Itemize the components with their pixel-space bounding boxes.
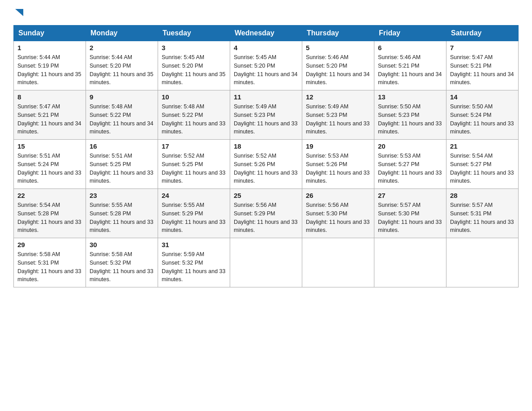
day-info: Sunrise: 5:58 AMSunset: 5:31 PMDaylight:… bbox=[17, 251, 81, 283]
day-info: Sunrise: 5:46 AMSunset: 5:20 PMDaylight:… bbox=[306, 54, 369, 86]
calendar-cell bbox=[302, 238, 374, 287]
day-number: 7 bbox=[450, 44, 515, 51]
calendar-body: 1 Sunrise: 5:44 AMSunset: 5:19 PMDayligh… bbox=[14, 41, 519, 287]
day-number: 23 bbox=[90, 192, 154, 199]
day-number: 2 bbox=[90, 44, 154, 51]
day-info: Sunrise: 5:55 AMSunset: 5:28 PMDaylight:… bbox=[90, 202, 153, 233]
calendar-cell: 6 Sunrise: 5:46 AMSunset: 5:21 PMDayligh… bbox=[374, 41, 446, 90]
calendar-cell: 15 Sunrise: 5:51 AMSunset: 5:24 PMDaylig… bbox=[14, 140, 86, 189]
logo-triangle-icon bbox=[14, 7, 24, 17]
calendar-week-row: 15 Sunrise: 5:51 AMSunset: 5:24 PMDaylig… bbox=[14, 140, 519, 189]
day-number: 18 bbox=[234, 142, 298, 150]
calendar-table: SundayMondayTuesdayWednesdayThursdayFrid… bbox=[13, 25, 519, 287]
calendar-cell: 28 Sunrise: 5:57 AMSunset: 5:31 PMDaylig… bbox=[446, 189, 519, 238]
day-number: 13 bbox=[378, 93, 442, 101]
day-number: 20 bbox=[378, 142, 442, 150]
day-number: 21 bbox=[450, 142, 515, 150]
calendar-cell: 12 Sunrise: 5:49 AMSunset: 5:23 PMDaylig… bbox=[302, 90, 374, 140]
calendar-cell: 30 Sunrise: 5:58 AMSunset: 5:32 PMDaylig… bbox=[86, 238, 158, 287]
calendar-cell bbox=[446, 238, 519, 287]
calendar-cell: 25 Sunrise: 5:56 AMSunset: 5:29 PMDaylig… bbox=[230, 189, 302, 238]
day-number: 8 bbox=[17, 93, 82, 101]
calendar-cell: 4 Sunrise: 5:45 AMSunset: 5:20 PMDayligh… bbox=[230, 41, 302, 90]
day-number: 14 bbox=[450, 93, 515, 101]
day-info: Sunrise: 5:56 AMSunset: 5:30 PMDaylight:… bbox=[306, 202, 369, 233]
day-number: 24 bbox=[162, 192, 226, 199]
day-info: Sunrise: 5:45 AMSunset: 5:20 PMDaylight:… bbox=[162, 54, 225, 86]
day-info: Sunrise: 5:51 AMSunset: 5:25 PMDaylight:… bbox=[90, 153, 153, 184]
calendar-cell: 3 Sunrise: 5:45 AMSunset: 5:20 PMDayligh… bbox=[158, 41, 230, 90]
day-info: Sunrise: 5:56 AMSunset: 5:29 PMDaylight:… bbox=[234, 202, 297, 233]
day-info: Sunrise: 5:44 AMSunset: 5:19 PMDaylight:… bbox=[17, 54, 81, 86]
day-info: Sunrise: 5:57 AMSunset: 5:30 PMDaylight:… bbox=[378, 202, 442, 233]
col-header-monday: Monday bbox=[86, 26, 158, 41]
day-number: 12 bbox=[306, 93, 370, 101]
calendar-cell: 18 Sunrise: 5:52 AMSunset: 5:26 PMDaylig… bbox=[230, 140, 302, 189]
day-info: Sunrise: 5:52 AMSunset: 5:25 PMDaylight:… bbox=[162, 153, 225, 184]
calendar-cell: 20 Sunrise: 5:53 AMSunset: 5:27 PMDaylig… bbox=[374, 140, 446, 189]
day-info: Sunrise: 5:58 AMSunset: 5:32 PMDaylight:… bbox=[90, 251, 153, 283]
day-number: 1 bbox=[17, 44, 82, 51]
day-info: Sunrise: 5:52 AMSunset: 5:26 PMDaylight:… bbox=[234, 153, 297, 184]
calendar-cell: 23 Sunrise: 5:55 AMSunset: 5:28 PMDaylig… bbox=[86, 189, 158, 238]
day-info: Sunrise: 5:47 AMSunset: 5:21 PMDaylight:… bbox=[17, 103, 81, 135]
day-info: Sunrise: 5:57 AMSunset: 5:31 PMDaylight:… bbox=[450, 202, 514, 233]
day-number: 11 bbox=[234, 93, 298, 101]
day-number: 16 bbox=[90, 142, 154, 150]
day-number: 28 bbox=[450, 192, 515, 199]
calendar-cell: 9 Sunrise: 5:48 AMSunset: 5:22 PMDayligh… bbox=[86, 90, 158, 140]
calendar-week-row: 29 Sunrise: 5:58 AMSunset: 5:31 PMDaylig… bbox=[14, 238, 519, 287]
col-header-sunday: Sunday bbox=[14, 26, 86, 41]
day-info: Sunrise: 5:44 AMSunset: 5:20 PMDaylight:… bbox=[90, 54, 153, 86]
day-info: Sunrise: 5:51 AMSunset: 5:24 PMDaylight:… bbox=[17, 153, 81, 184]
calendar-week-row: 8 Sunrise: 5:47 AMSunset: 5:21 PMDayligh… bbox=[14, 90, 519, 140]
svg-marker-0 bbox=[15, 9, 23, 16]
day-info: Sunrise: 5:54 AMSunset: 5:28 PMDaylight:… bbox=[17, 202, 81, 233]
calendar-cell: 13 Sunrise: 5:50 AMSunset: 5:23 PMDaylig… bbox=[374, 90, 446, 140]
day-number: 31 bbox=[162, 241, 226, 248]
day-number: 29 bbox=[17, 241, 82, 248]
calendar-cell: 2 Sunrise: 5:44 AMSunset: 5:20 PMDayligh… bbox=[86, 41, 158, 90]
day-number: 19 bbox=[306, 142, 370, 150]
day-number: 4 bbox=[234, 44, 298, 51]
day-info: Sunrise: 5:50 AMSunset: 5:23 PMDaylight:… bbox=[378, 103, 442, 135]
day-number: 5 bbox=[306, 44, 370, 51]
calendar-cell: 11 Sunrise: 5:49 AMSunset: 5:23 PMDaylig… bbox=[230, 90, 302, 140]
day-info: Sunrise: 5:48 AMSunset: 5:22 PMDaylight:… bbox=[162, 103, 225, 135]
day-info: Sunrise: 5:50 AMSunset: 5:24 PMDaylight:… bbox=[450, 103, 514, 135]
calendar-cell bbox=[230, 238, 302, 287]
calendar-cell: 5 Sunrise: 5:46 AMSunset: 5:20 PMDayligh… bbox=[302, 41, 374, 90]
calendar-week-row: 1 Sunrise: 5:44 AMSunset: 5:19 PMDayligh… bbox=[14, 41, 519, 90]
day-info: Sunrise: 5:53 AMSunset: 5:26 PMDaylight:… bbox=[306, 153, 369, 184]
day-number: 10 bbox=[162, 93, 226, 101]
calendar-cell: 31 Sunrise: 5:59 AMSunset: 5:32 PMDaylig… bbox=[158, 238, 230, 287]
day-info: Sunrise: 5:45 AMSunset: 5:20 PMDaylight:… bbox=[234, 54, 297, 86]
calendar-cell: 10 Sunrise: 5:48 AMSunset: 5:22 PMDaylig… bbox=[158, 90, 230, 140]
day-info: Sunrise: 5:47 AMSunset: 5:21 PMDaylight:… bbox=[450, 54, 514, 86]
calendar-cell: 21 Sunrise: 5:54 AMSunset: 5:27 PMDaylig… bbox=[446, 140, 519, 189]
day-info: Sunrise: 5:49 AMSunset: 5:23 PMDaylight:… bbox=[306, 103, 369, 135]
calendar-cell bbox=[374, 238, 446, 287]
calendar-cell: 27 Sunrise: 5:57 AMSunset: 5:30 PMDaylig… bbox=[374, 189, 446, 238]
day-info: Sunrise: 5:59 AMSunset: 5:32 PMDaylight:… bbox=[162, 251, 225, 283]
calendar-cell: 17 Sunrise: 5:52 AMSunset: 5:25 PMDaylig… bbox=[158, 140, 230, 189]
calendar-cell: 19 Sunrise: 5:53 AMSunset: 5:26 PMDaylig… bbox=[302, 140, 374, 189]
day-number: 30 bbox=[90, 241, 154, 248]
day-info: Sunrise: 5:49 AMSunset: 5:23 PMDaylight:… bbox=[234, 103, 297, 135]
calendar-cell: 16 Sunrise: 5:51 AMSunset: 5:25 PMDaylig… bbox=[86, 140, 158, 189]
col-header-friday: Friday bbox=[374, 26, 446, 41]
day-number: 27 bbox=[378, 192, 442, 199]
day-number: 26 bbox=[306, 192, 370, 199]
page-header bbox=[13, 9, 519, 17]
logo bbox=[13, 9, 24, 17]
calendar-week-row: 22 Sunrise: 5:54 AMSunset: 5:28 PMDaylig… bbox=[14, 189, 519, 238]
calendar-cell: 24 Sunrise: 5:55 AMSunset: 5:29 PMDaylig… bbox=[158, 189, 230, 238]
calendar-cell: 14 Sunrise: 5:50 AMSunset: 5:24 PMDaylig… bbox=[446, 90, 519, 140]
col-header-saturday: Saturday bbox=[446, 26, 519, 41]
day-number: 9 bbox=[90, 93, 154, 101]
day-info: Sunrise: 5:48 AMSunset: 5:22 PMDaylight:… bbox=[90, 103, 153, 135]
day-info: Sunrise: 5:46 AMSunset: 5:21 PMDaylight:… bbox=[378, 54, 442, 86]
col-header-wednesday: Wednesday bbox=[230, 26, 302, 41]
calendar-cell: 7 Sunrise: 5:47 AMSunset: 5:21 PMDayligh… bbox=[446, 41, 519, 90]
calendar-cell: 1 Sunrise: 5:44 AMSunset: 5:19 PMDayligh… bbox=[14, 41, 86, 90]
